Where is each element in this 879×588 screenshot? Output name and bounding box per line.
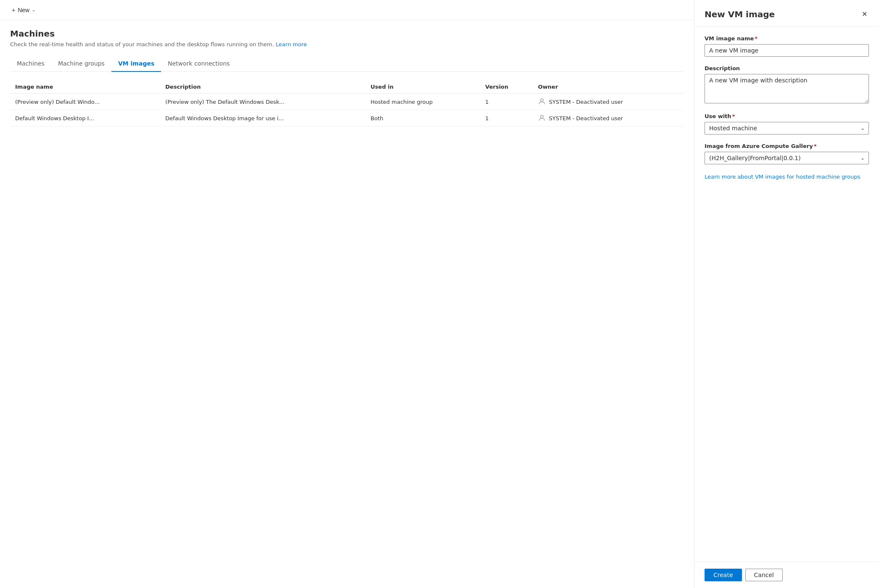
top-bar: + New ⌄: [0, 0, 694, 20]
vm-images-table: Image name Description Used in Version O…: [10, 80, 684, 127]
image-gallery-group: Image from Azure Compute Gallery* (H2H_G…: [705, 143, 869, 164]
panel-title: New VM image: [705, 9, 775, 19]
col-image-name: Image name: [10, 80, 160, 94]
use-with-select[interactable]: Hosted machine Hosted machine group Both: [705, 122, 869, 134]
cell-image-name: Default Windows Desktop I...: [10, 110, 160, 127]
tab-bar: Machines Machine groups VM images Networ…: [10, 56, 684, 72]
new-button[interactable]: + New ⌄: [8, 5, 39, 15]
new-button-label: New: [18, 7, 29, 13]
page-body: Machines Check the real-time health and …: [0, 20, 694, 135]
user-icon: [538, 114, 546, 122]
panel-footer: Create Cancel: [694, 562, 879, 588]
tab-machines[interactable]: Machines: [10, 56, 51, 72]
cell-image-name: (Preview only) Default Windo...: [10, 94, 160, 110]
learn-more-link[interactable]: Learn more: [276, 41, 307, 47]
required-star: *: [814, 143, 817, 149]
plus-icon: +: [12, 7, 15, 13]
tab-vm-images[interactable]: VM images: [111, 56, 161, 72]
table-row[interactable]: (Preview only) Default Windo... (Preview…: [10, 94, 684, 110]
cell-owner: SYSTEM - Deactivated user: [533, 94, 684, 110]
tab-network-connections[interactable]: Network connections: [161, 56, 236, 72]
use-with-select-wrapper: Hosted machine Hosted machine group Both…: [705, 122, 869, 134]
image-gallery-label: Image from Azure Compute Gallery*: [705, 143, 869, 149]
required-star: *: [755, 35, 758, 42]
required-star: *: [732, 113, 735, 119]
page-subtitle: Check the real-time health and status of…: [10, 41, 684, 47]
use-with-group: Use with* Hosted machine Hosted machine …: [705, 113, 869, 134]
table-row[interactable]: Default Windows Desktop I... Default Win…: [10, 110, 684, 127]
image-gallery-select[interactable]: (H2H_Gallery|FromPortal|0.0.1): [705, 152, 869, 164]
col-owner: Owner: [533, 80, 684, 94]
use-with-label: Use with*: [705, 113, 869, 119]
description-textarea[interactable]: A new VM image with description: [705, 74, 869, 103]
create-button[interactable]: Create: [705, 569, 742, 581]
panel-header: New VM image ✕: [694, 0, 879, 27]
svg-point-0: [540, 99, 543, 102]
cancel-button[interactable]: Cancel: [745, 569, 783, 581]
vm-image-name-label: VM image name*: [705, 35, 869, 42]
svg-point-1: [540, 115, 543, 118]
side-panel: New VM image ✕ VM image name* Descriptio…: [694, 0, 879, 588]
cell-used-in: Hosted machine group: [366, 94, 480, 110]
close-button[interactable]: ✕: [860, 8, 869, 20]
panel-body: VM image name* Description A new VM imag…: [694, 27, 879, 562]
learn-more-vm-images-link[interactable]: Learn more about VM images for hosted ma…: [705, 174, 861, 180]
cell-version: 1: [480, 110, 533, 127]
cell-used-in: Both: [366, 110, 480, 127]
col-description: Description: [160, 80, 365, 94]
vm-image-name-input[interactable]: [705, 44, 869, 57]
cell-version: 1: [480, 94, 533, 110]
image-gallery-select-wrapper: (H2H_Gallery|FromPortal|0.0.1) ⌄: [705, 152, 869, 164]
cell-description: Default Windows Desktop Image for use i.…: [160, 110, 365, 127]
description-label: Description: [705, 65, 869, 71]
col-version: Version: [480, 80, 533, 94]
user-icon: [538, 98, 546, 105]
col-used-in: Used in: [366, 80, 480, 94]
cell-description: (Preview only) The Default Windows Desk.…: [160, 94, 365, 110]
chevron-down-icon: ⌄: [32, 8, 35, 12]
page-title: Machines: [10, 29, 684, 39]
description-group: Description A new VM image with descript…: [705, 65, 869, 105]
tab-machine-groups[interactable]: Machine groups: [51, 56, 111, 72]
vm-image-name-group: VM image name*: [705, 35, 869, 57]
cell-owner: SYSTEM - Deactivated user: [533, 110, 684, 127]
